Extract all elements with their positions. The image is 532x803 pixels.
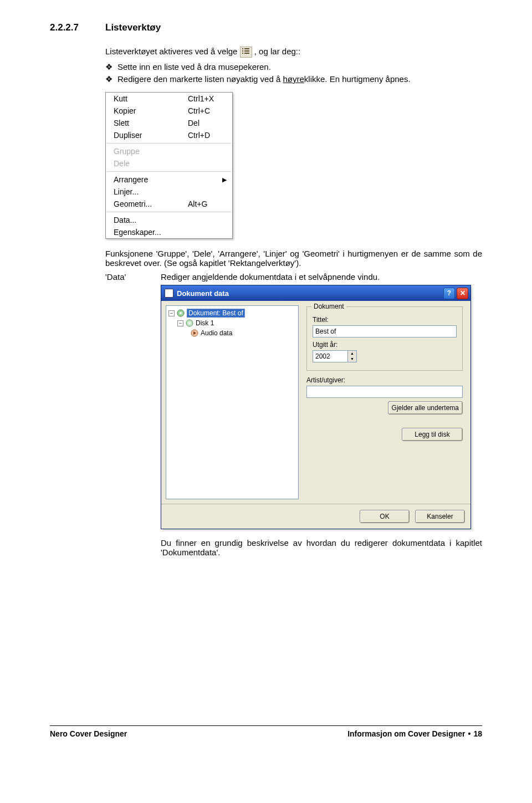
menu-item[interactable]: Linjer... [106,186,232,198]
menu-item[interactable]: Egenskaper... [106,226,232,238]
tree-collapse-icon[interactable]: − [177,320,183,326]
document-tree[interactable]: − Dokument: Best of − [166,305,299,499]
spin-down-icon[interactable]: ▼ [348,356,356,362]
tree-collapse-icon[interactable]: − [168,310,175,316]
disk-icon [186,319,193,327]
paragraph-end: Du finner en grundig beskrivelse av hvor… [161,538,482,557]
menu-item[interactable]: Data... [106,214,232,226]
definition-body: Rediger angjeldende dokumentdata i et se… [161,272,482,282]
menu-item-shortcut: Ctrl+D [188,131,227,140]
menu-item-shortcut: Ctrl+C [188,106,227,115]
dialog-app-icon [165,289,173,298]
label-utgitt: Utgitt år: [313,341,457,349]
menu-item-label: Dupliser [114,131,188,140]
submenu-arrow-icon: ▶ [222,176,227,183]
menu-item[interactable]: Arrangere▶ [106,173,232,186]
menu-item[interactable]: DupliserCtrl+D [106,129,232,141]
tree-label-disk: Disk 1 [196,319,214,327]
context-menu: KuttCtrl1+XKopierCtrl+CSlettDelDupliserC… [105,92,233,239]
menu-item-label: Geometri... [114,200,188,208]
definition-term: 'Data' [105,272,161,561]
menu-item-label: Egenskaper... [114,228,188,237]
menu-item: Gruppe [106,145,232,157]
svg-rect-2 [242,50,243,52]
bullet-item: ❖ Redigere den markerte listen nøyaktig … [105,74,482,84]
help-button[interactable]: ? [443,288,455,299]
svg-point-7 [180,312,182,314]
footer-left: Nero Cover Designer [50,729,127,738]
label-tittel: Tittel: [313,316,457,324]
heading-title: Listeverktøy [105,22,161,33]
fieldset-legend: Dokument [311,303,346,310]
menu-item-shortcut: Ctrl1+X [188,94,227,103]
svg-rect-4 [242,53,243,54]
tree-label-root: Dokument: Best of [187,309,245,318]
menu-item-label: Slett [114,119,188,127]
menu-separator [107,143,231,144]
dialog-title: Dokument data [177,289,442,298]
menu-item-label: Gruppe [114,147,188,156]
spin-up-icon[interactable]: ▲ [348,351,356,356]
menu-item-shortcut: Del [188,119,227,127]
utgitt-field[interactable] [313,350,348,362]
bullet-icon: ❖ [105,62,117,72]
document-icon [177,309,185,317]
svg-rect-5 [244,53,249,54]
heading-number: 2.2.2.7 [50,22,105,33]
bullet-item: ❖ Sette inn en liste ved å dra musepeker… [105,62,482,72]
tree-label-audio: Audio data [201,329,232,337]
section-heading: 2.2.2.7 Listeverktøy [50,22,482,33]
cancel-button[interactable]: Kanseler [415,510,465,523]
dokument-fieldset: Dokument Tittel: Utgitt år: ▲ ▼ [306,306,463,371]
menu-separator [107,171,231,172]
tree-row-root[interactable]: − Dokument: Best of [168,308,296,318]
tittel-field[interactable] [313,325,457,337]
ok-button[interactable]: OK [360,510,410,523]
tree-row-audio[interactable]: Audio data [168,328,296,338]
menu-item-label: Dele [114,159,188,168]
form-pane: Dokument Tittel: Utgitt år: ▲ ▼ [303,305,466,499]
menu-item[interactable]: KuttCtrl1+X [106,93,232,105]
menu-item-shortcut: Alt+G [188,200,227,208]
definition-row: 'Data' Rediger angjeldende dokumentdata … [105,272,482,561]
footer-right: Informasjon om Cover Designer•18 [347,729,482,738]
menu-item-label: Kutt [114,94,188,103]
bullet-icon: ❖ [105,74,117,84]
dokument-data-dialog: Dokument data ? ✕ − Dokument: Best of [161,285,471,529]
dialog-footer: OK Kanseler [161,504,470,529]
gjelder-alle-button[interactable]: Gjelder alle undertema [388,401,463,415]
intro-line: Listeverktøyet aktiveres ved å velge , o… [105,47,482,58]
close-button[interactable]: ✕ [457,288,468,299]
menu-item[interactable]: SlettDel [106,117,232,129]
artist-field[interactable] [306,386,463,398]
menu-item-label: Data... [114,216,188,224]
menu-separator [107,212,231,212]
paragraph-funksjonene: Funksjonene 'Gruppe', 'Dele', 'Arrangere… [105,249,482,268]
menu-item[interactable]: Geometri...Alt+G [106,198,232,210]
tree-row-disk[interactable]: − Disk 1 [168,318,296,328]
menu-item[interactable]: KopierCtrl+C [106,105,232,117]
menu-item-label: Kopier [114,106,188,115]
svg-point-9 [188,322,191,324]
label-artist: Artist/utgiver: [306,376,463,384]
menu-item-label: Linjer... [114,187,188,196]
menu-item: Dele [106,157,232,170]
page-footer: Nero Cover Designer Informasjon om Cover… [50,725,482,738]
svg-rect-3 [244,50,249,52]
svg-rect-0 [242,48,243,49]
utgitt-stepper[interactable]: ▲ ▼ [313,350,357,362]
legg-til-disk-button[interactable]: Legg til disk [402,428,463,441]
menu-item-label: Arrangere [114,175,183,184]
dialog-titlebar[interactable]: Dokument data ? ✕ [161,285,470,301]
listeverktoy-icon [240,47,252,58]
svg-rect-1 [244,48,249,49]
audio-icon [191,329,198,337]
